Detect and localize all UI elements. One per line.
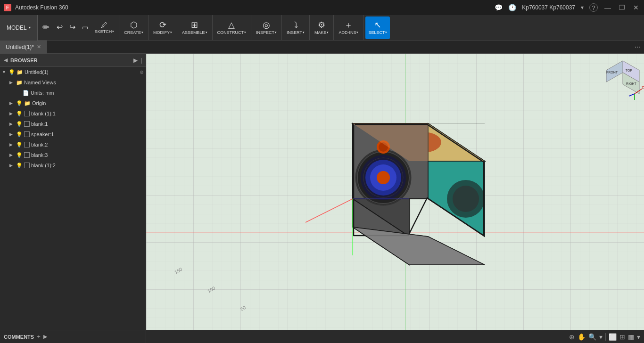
mode-button[interactable]: MODEL ▾ (0, 15, 38, 41)
sketch-label-button[interactable]: 🖊 SKETCH ▾ (92, 16, 117, 39)
zoom-icon[interactable]: 🔍 (588, 333, 596, 341)
orbit-icon[interactable]: ⊕ (569, 333, 575, 341)
blank-2-arrow-icon[interactable]: ▶ (9, 142, 16, 147)
select-icon: ↖ (374, 21, 381, 29)
viewport[interactable]: TOP FRONT RIGHT Z 150 100 50 (146, 54, 644, 330)
undo-icon: ↩ (57, 24, 63, 31)
origin-bulb-icon: 💡 (16, 100, 23, 106)
speaker-1-body-icon (24, 131, 30, 137)
blank1-1-arrow-icon[interactable]: ▶ (9, 111, 16, 116)
sketch-create-button[interactable]: ✏ (40, 16, 53, 39)
create-label: CREATE ▾ (124, 30, 143, 35)
user-dropdown-icon[interactable]: ▾ (581, 4, 584, 11)
tab-label: Untitled(1)* (6, 44, 34, 50)
blank1-1-body-icon (24, 111, 30, 116)
toolbar: MODEL ▾ ✏ ↩ ↪ ▭ 🖊 SKETCH ▾ ⬡ CREATE ▾ ⟳ (0, 15, 644, 41)
blank1-1-bulb-icon: 💡 (16, 111, 23, 117)
comments-expand-icon[interactable]: ▶ (43, 334, 47, 340)
3d-model (296, 86, 494, 284)
blank-3-label: blank:3 (31, 152, 144, 158)
close-button[interactable]: ✕ (632, 3, 640, 12)
comments-plus-button[interactable]: + (37, 333, 41, 340)
minimize-button[interactable]: — (603, 3, 612, 12)
tab-close-button[interactable]: ✕ (37, 44, 41, 50)
select-button[interactable]: ↖ SELECT ▾ (365, 16, 390, 39)
display-settings-icon[interactable]: ▦ (628, 333, 634, 341)
assemble-icon: ⊞ (191, 21, 198, 29)
browser-back-icon[interactable]: ◀ (4, 57, 8, 63)
make-button[interactable]: ⚙ MAKE ▾ (312, 16, 332, 39)
addins-icon: ＋ (344, 21, 353, 29)
blank-2-item[interactable]: ▶ 💡 blank:2 (0, 139, 146, 150)
root-settings-icon[interactable]: ⚙ (140, 70, 144, 75)
assemble-button[interactable]: ⊞ ASSEMBLE ▾ (179, 16, 210, 39)
blank-3-item[interactable]: ▶ 💡 blank:3 (0, 150, 146, 160)
modify-icon: ⟳ (159, 21, 166, 29)
units-icon: 📄 (23, 90, 29, 96)
view-cube-top-label: TOP (626, 69, 633, 72)
status-divider-1 (605, 333, 606, 341)
maximize-button[interactable]: ❐ (618, 3, 626, 12)
component-button[interactable]: ▭ (79, 16, 91, 39)
create-icon: ⬡ (130, 21, 138, 29)
inspect-button[interactable]: ◎ INSPECT ▾ (253, 16, 280, 39)
tab-bar: Untitled(1)* ✕ ⋯ (0, 41, 644, 54)
app-title: Autodesk Fusion 360 (15, 4, 68, 11)
undo-button[interactable]: ↩ (54, 16, 66, 39)
blank-1-arrow-icon[interactable]: ▶ (9, 122, 16, 126)
grid-icon[interactable]: ⊞ (619, 333, 625, 341)
chat-icon[interactable]: 💬 (495, 4, 503, 11)
redo-button[interactable]: ↪ (66, 16, 78, 39)
help-button[interactable]: ? (589, 3, 598, 12)
app-icon: F (4, 4, 11, 11)
sketch-group: ✏ ↩ ↪ ▭ 🖊 SKETCH ▾ (38, 15, 120, 41)
blank1-2-label: blank (1):2 (31, 163, 144, 168)
svg-line-38 (629, 94, 635, 96)
insert-button[interactable]: ⤵ INSERT ▾ (284, 16, 307, 39)
root-collapse-icon[interactable]: ▼ (2, 70, 8, 74)
named-views-arrow-icon[interactable]: ▶ (9, 80, 16, 85)
named-views-label: Named Views (24, 80, 144, 85)
blank1-2-arrow-icon[interactable]: ▶ (9, 163, 16, 168)
title-bar-left: F Autodesk Fusion 360 (4, 4, 68, 11)
browser-pin-icon[interactable]: | (140, 57, 142, 64)
browser-collapse-icon[interactable]: ▶ (133, 57, 138, 64)
display-settings-arrow[interactable]: ▾ (637, 333, 640, 341)
pan-icon[interactable]: ✋ (578, 333, 586, 341)
blank-3-arrow-icon[interactable]: ▶ (9, 153, 16, 157)
component-icon: ▭ (82, 24, 88, 31)
named-views-folder-icon: 📁 (16, 80, 23, 86)
speaker-1-item[interactable]: ▶ 💡 speaker:1 (0, 129, 146, 139)
sketch-icon: 🖊 (101, 22, 107, 28)
modify-group: ⟳ MODIFY ▾ (149, 15, 177, 41)
modify-button[interactable]: ⟳ MODIFY ▾ (150, 16, 175, 39)
mode-arrow-icon: ▾ (29, 25, 31, 30)
named-views-item[interactable]: ▶ 📁 Named Views (0, 77, 146, 88)
browser-header: ◀ BROWSER ▶ | (0, 54, 146, 67)
make-label: MAKE ▾ (314, 30, 329, 35)
svg-text:Z: Z (642, 85, 644, 90)
speaker-1-arrow-icon[interactable]: ▶ (9, 132, 16, 137)
construct-button[interactable]: △ CONSTRUCT ▾ (215, 16, 249, 39)
create-button[interactable]: ⬡ CREATE ▾ (121, 16, 146, 39)
origin-arrow-icon[interactable]: ▶ (9, 101, 16, 106)
select-label: SELECT ▾ (368, 30, 387, 35)
model-container (146, 54, 644, 330)
root-folder-icon: 📁 (17, 69, 23, 75)
addins-label: ADD-INS ▾ (339, 30, 358, 35)
root-item[interactable]: ▼ 💡 📁 Untitled(1) ⚙ (0, 67, 146, 77)
history-icon[interactable]: 🕐 (508, 4, 516, 11)
display-mode-icon[interactable]: ⬜ (609, 333, 617, 341)
document-tab[interactable]: Untitled(1)* ✕ (0, 41, 47, 54)
blank1-1-item[interactable]: ▶ 💡 blank (1):1 (0, 108, 146, 119)
zoom-dropdown-icon[interactable]: ▾ (599, 333, 603, 341)
blank-2-label: blank:2 (31, 142, 144, 147)
units-item[interactable]: ▶ 📄 Units: mm (0, 88, 146, 98)
blank1-2-item[interactable]: ▶ 💡 blank (1):2 (0, 160, 146, 171)
blank-1-item[interactable]: ▶ 💡 blank:1 (0, 119, 146, 129)
addins-button[interactable]: ＋ ADD-INS ▾ (336, 16, 361, 39)
origin-item[interactable]: ▶ 💡 📁 Origin (0, 98, 146, 108)
svg-line-29 (305, 199, 353, 222)
view-cube[interactable]: TOP FRONT RIGHT Z (602, 58, 639, 96)
tab-expand-icon[interactable]: ⋯ (635, 44, 640, 50)
